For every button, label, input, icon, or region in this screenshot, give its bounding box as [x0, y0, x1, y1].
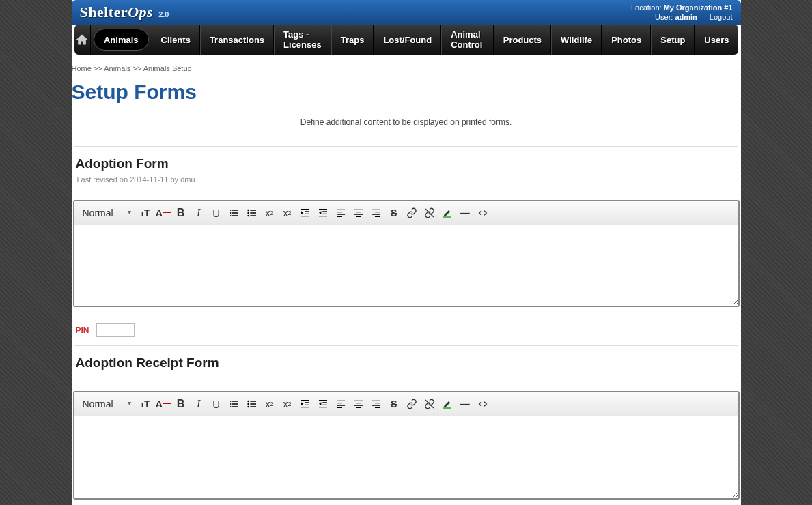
user-value: admin [675, 13, 697, 21]
svg-rect-3 [443, 216, 451, 217]
unlink-icon[interactable] [422, 205, 437, 220]
nav-home[interactable] [74, 25, 91, 55]
nav-users[interactable]: Users [695, 25, 738, 55]
main-nav: Animals Clients Transactions Tags - Lice… [74, 25, 738, 55]
nav-photos[interactable]: Photos [602, 25, 651, 55]
link-icon[interactable] [404, 396, 419, 412]
svg-point-2 [247, 215, 249, 217]
editor-toolbar: Normal тT A B I U x2 x2 S [74, 201, 738, 225]
code-icon[interactable] [475, 205, 490, 220]
nav-animals[interactable]: Animals [94, 29, 149, 50]
nav-products[interactable]: Products [494, 25, 551, 55]
nav-setup[interactable]: Setup [651, 25, 695, 55]
underline-icon[interactable]: U [209, 396, 224, 412]
underline-icon[interactable]: U [209, 205, 224, 220]
location-label: Location: [631, 3, 662, 12]
ordered-list-icon[interactable] [227, 396, 242, 412]
bold-icon[interactable]: B [173, 396, 188, 412]
outdent-icon[interactable] [316, 396, 331, 412]
nav-transactions[interactable]: Transactions [200, 25, 274, 55]
outdent-icon[interactable] [316, 205, 331, 220]
format-select[interactable]: Normal [80, 206, 135, 220]
highlight-icon[interactable] [440, 396, 455, 412]
editor-adoption: Normal тT A B I U x2 x2 S [73, 200, 740, 307]
svg-point-1 [247, 212, 249, 214]
font-size-icon[interactable]: тT [138, 205, 153, 220]
bold-icon[interactable]: B [173, 205, 188, 220]
header-right: Location: My Organization #1 User: admin… [631, 3, 733, 23]
divider [74, 146, 738, 147]
logo: ShelterOps 2.0 [80, 3, 169, 21]
editor-content-receipt[interactable] [74, 416, 738, 498]
superscript-icon[interactable]: x2 [280, 396, 295, 412]
breadcrumb: Home >> Animals >> Animals Setup [72, 61, 741, 78]
home-icon [74, 33, 89, 46]
breadcrumb-home[interactable]: Home [72, 64, 92, 72]
align-right-icon[interactable] [369, 396, 384, 412]
section-title-receipt: Adoption Receipt Form [76, 356, 740, 371]
align-center-icon[interactable] [351, 205, 366, 220]
svg-point-5 [247, 403, 249, 405]
nav-lost-found[interactable]: Lost/Found [374, 25, 441, 55]
text-color-icon[interactable]: A [156, 205, 171, 220]
align-left-icon[interactable] [333, 396, 348, 412]
hr-icon[interactable]: — [458, 396, 473, 412]
revision-info: Last revised on 2014-11-11 by dmu [77, 175, 740, 184]
breadcrumb-animals[interactable]: Animals [104, 64, 130, 72]
editor-content-adoption[interactable] [74, 225, 738, 306]
logo-ops: Ops [128, 3, 153, 20]
highlight-icon[interactable] [440, 205, 455, 220]
italic-icon[interactable]: I [191, 205, 206, 220]
pin-label: PIN [76, 326, 89, 335]
superscript-icon[interactable]: x2 [280, 205, 295, 220]
logout-link[interactable]: Logout [710, 12, 733, 22]
code-icon[interactable] [475, 396, 490, 412]
section-title-adoption: Adoption Form [76, 156, 740, 171]
app-version: 2.0 [158, 10, 169, 18]
page-title: Setup Forms [72, 81, 741, 104]
align-left-icon[interactable] [333, 205, 348, 220]
nav-clients[interactable]: Clients [152, 25, 200, 55]
nav-tags-licenses[interactable]: Tags - Licenses [274, 25, 331, 55]
editor-receipt: Normal тT A B I U x2 x2 S [73, 391, 740, 500]
top-header: ShelterOps 2.0 Location: My Organization… [72, 0, 741, 25]
subscript-icon[interactable]: x2 [262, 396, 277, 412]
hr-icon[interactable]: — [458, 205, 473, 220]
font-size-icon[interactable]: тT [138, 396, 153, 412]
logo-main: Shelter [80, 3, 128, 20]
text-color-icon[interactable]: A [156, 396, 171, 412]
align-right-icon[interactable] [369, 205, 384, 220]
location-value: My Organization #1 [664, 3, 733, 12]
strikethrough-icon[interactable]: S [387, 205, 402, 220]
strikethrough-icon[interactable]: S [387, 396, 402, 412]
svg-rect-7 [443, 407, 451, 408]
unordered-list-icon[interactable] [244, 396, 260, 412]
unlink-icon[interactable] [422, 396, 437, 412]
pin-input[interactable] [96, 323, 135, 337]
user-label: User: [655, 13, 673, 21]
breadcrumb-animals-setup[interactable]: Animals Setup [143, 64, 192, 72]
subscript-icon[interactable]: x2 [262, 205, 277, 220]
italic-icon[interactable]: I [191, 396, 206, 412]
unordered-list-icon[interactable] [244, 205, 260, 220]
nav-wildlife[interactable]: Wildlife [551, 25, 602, 55]
svg-point-6 [247, 406, 249, 408]
align-center-icon[interactable] [351, 396, 366, 412]
editor-toolbar: Normal тT A B I U x2 x2 S [74, 392, 738, 416]
format-select[interactable]: Normal [80, 397, 135, 411]
indent-icon[interactable] [298, 396, 313, 412]
divider [74, 345, 738, 346]
nav-animal-control[interactable]: Animal Control [441, 25, 494, 55]
indent-icon[interactable] [298, 205, 313, 220]
ordered-list-icon[interactable] [227, 205, 242, 220]
svg-point-4 [247, 401, 249, 403]
page-description: Define additional content to be displaye… [72, 117, 741, 127]
nav-traps[interactable]: Traps [331, 25, 374, 55]
link-icon[interactable] [404, 205, 419, 220]
svg-point-0 [247, 210, 249, 212]
